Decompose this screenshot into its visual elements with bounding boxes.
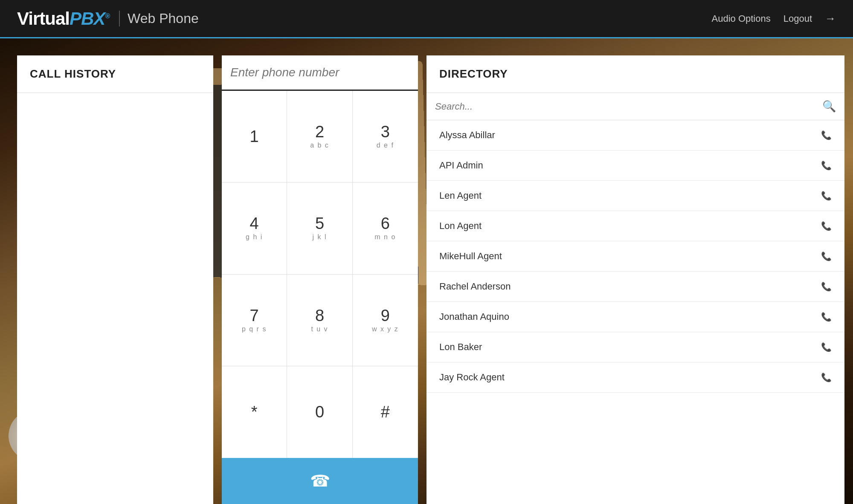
- list-item[interactable]: Jonathan Aquino📞: [426, 302, 844, 332]
- dial-letters-2: a b c: [310, 142, 329, 149]
- directory-header: DIRECTORY: [426, 55, 844, 93]
- search-input[interactable]: [435, 101, 818, 112]
- dial-letters-4: g h i: [246, 233, 263, 241]
- dial-number-4: 4: [250, 215, 259, 232]
- list-item[interactable]: MikeHull Agent📞: [426, 241, 844, 272]
- dial-number-*: *: [251, 404, 258, 420]
- contact-name: Lon Baker: [439, 342, 482, 353]
- contact-name: Jay Rock Agent: [439, 372, 505, 383]
- call-history-header: CALL HISTORY: [17, 55, 213, 93]
- list-item[interactable]: API Admin📞: [426, 151, 844, 181]
- dial-key-4[interactable]: 4g h i: [222, 182, 287, 274]
- logo: VirtualPBX®: [17, 9, 110, 29]
- dial-letters-9: w x y z: [372, 325, 399, 333]
- logo-area: VirtualPBX® Web Phone: [17, 9, 712, 29]
- dial-number-6: 6: [381, 215, 390, 232]
- contact-call-icon[interactable]: 📞: [821, 312, 832, 322]
- contact-call-icon[interactable]: 📞: [821, 281, 832, 292]
- dial-letters-8: t u v: [311, 325, 328, 333]
- dial-number-#: #: [381, 404, 390, 420]
- dialer-panel: 12a b c3d e f4g h i5j k l6m n o7p q r s8…: [222, 55, 418, 504]
- dial-number-2: 2: [315, 124, 324, 140]
- list-item[interactable]: Rachel Anderson📞: [426, 272, 844, 302]
- list-item[interactable]: Alyssa Abillar📞: [426, 120, 844, 151]
- dialpad: 12a b c3d e f4g h i5j k l6m n o7p q r s8…: [222, 91, 418, 458]
- list-item[interactable]: Jay Rock Agent📞: [426, 362, 844, 393]
- phone-input-area: [222, 55, 418, 91]
- directory-title: DIRECTORY: [439, 67, 508, 80]
- logo-reg: ®: [105, 12, 110, 20]
- contact-name: Rachel Anderson: [439, 281, 511, 292]
- dial-key-3[interactable]: 3d e f: [353, 91, 418, 182]
- dial-key-7[interactable]: 7p q r s: [222, 275, 287, 366]
- dial-letters-6: m n o: [374, 233, 396, 241]
- list-item[interactable]: Len Agent📞: [426, 181, 844, 211]
- dial-letters-7: p q r s: [242, 325, 267, 333]
- contact-name: MikeHull Agent: [439, 251, 502, 262]
- contact-call-icon[interactable]: 📞: [821, 130, 832, 140]
- logout-icon[interactable]: →: [825, 12, 836, 25]
- dial-number-0: 0: [315, 404, 324, 420]
- logo-virtual: Virtual: [17, 9, 70, 29]
- nav-right: Audio Options Logout →: [712, 12, 836, 25]
- contact-name: API Admin: [439, 160, 483, 171]
- dial-key-#[interactable]: #: [353, 366, 418, 458]
- call-history-title: CALL HISTORY: [30, 67, 116, 80]
- contact-name: Jonathan Aquino: [439, 311, 509, 322]
- list-item[interactable]: Lon Agent📞: [426, 211, 844, 241]
- contact-name: Lon Agent: [439, 220, 482, 232]
- call-button[interactable]: ☎: [222, 458, 418, 504]
- main-content: CALL HISTORY 12a b c3d e f4g h i5j k l6m…: [0, 38, 853, 504]
- dial-key-8[interactable]: 8t u v: [287, 275, 352, 366]
- dial-key-6[interactable]: 6m n o: [353, 182, 418, 274]
- contact-call-icon[interactable]: 📞: [821, 342, 832, 352]
- phone-input[interactable]: [230, 66, 409, 79]
- dial-key-5[interactable]: 5j k l: [287, 182, 352, 274]
- dial-number-8: 8: [315, 307, 324, 324]
- dial-number-7: 7: [250, 307, 259, 324]
- directory-panel: DIRECTORY 🔍 Alyssa Abillar📞API Admin📞Len…: [426, 55, 844, 504]
- contact-call-icon[interactable]: 📞: [821, 251, 832, 261]
- dial-key-2[interactable]: 2a b c: [287, 91, 352, 182]
- dial-letters-3: d e f: [377, 142, 394, 149]
- dial-key-0[interactable]: 0: [287, 366, 352, 458]
- call-phone-icon: ☎: [310, 472, 330, 490]
- dial-key-*[interactable]: *: [222, 366, 287, 458]
- dial-key-1[interactable]: 1: [222, 91, 287, 182]
- call-history-body: [17, 93, 213, 504]
- contact-call-icon[interactable]: 📞: [821, 191, 832, 201]
- dial-number-5: 5: [315, 215, 324, 232]
- list-item[interactable]: Lon Baker📞: [426, 332, 844, 362]
- contact-name: Len Agent: [439, 190, 482, 201]
- logout-link[interactable]: Logout: [783, 13, 812, 24]
- dial-number-1: 1: [250, 128, 259, 145]
- directory-list: Alyssa Abillar📞API Admin📞Len Agent📞Lon A…: [426, 120, 844, 504]
- dial-key-9[interactable]: 9w x y z: [353, 275, 418, 366]
- dial-letters-5: j k l: [312, 233, 327, 241]
- search-area: 🔍: [426, 93, 844, 120]
- logo-subtitle: Web Phone: [119, 11, 199, 26]
- call-history-panel: CALL HISTORY: [17, 55, 213, 504]
- navbar: VirtualPBX® Web Phone Audio Options Logo…: [0, 0, 853, 38]
- contact-call-icon[interactable]: 📞: [821, 372, 832, 382]
- contact-name: Alyssa Abillar: [439, 130, 495, 141]
- logo-pbx: PBX®: [70, 9, 110, 29]
- contact-call-icon[interactable]: 📞: [821, 160, 832, 171]
- dial-number-9: 9: [381, 307, 390, 324]
- search-button[interactable]: 🔍: [822, 100, 836, 113]
- contact-call-icon[interactable]: 📞: [821, 221, 832, 231]
- dial-number-3: 3: [381, 124, 390, 140]
- audio-options-link[interactable]: Audio Options: [712, 13, 771, 24]
